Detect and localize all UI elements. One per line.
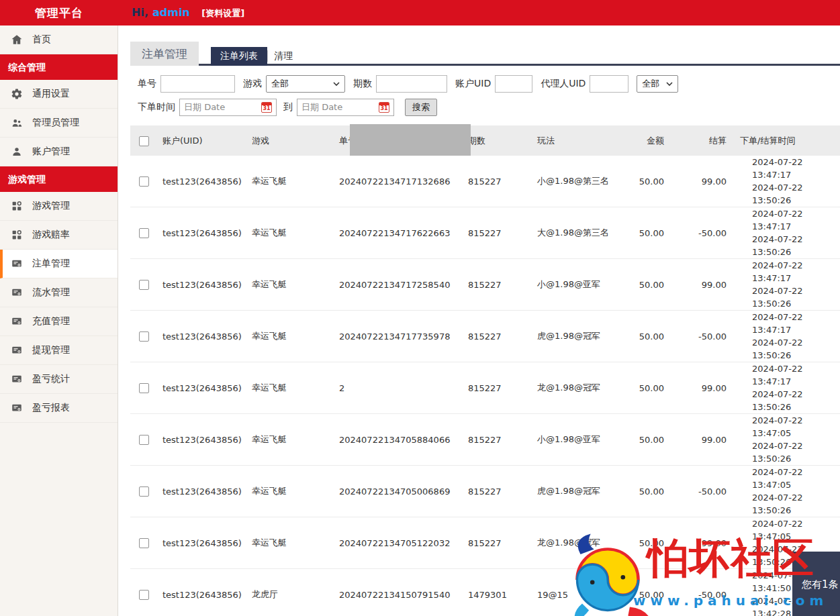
sidebar-item-home[interactable]: 首页 bbox=[0, 25, 118, 54]
sidebar-item-label: 游戏管理 bbox=[32, 200, 70, 212]
status-select[interactable]: 全部 bbox=[637, 75, 678, 93]
cell-account: test123(2643856) bbox=[157, 259, 246, 311]
cell-settle: -50.00 bbox=[671, 569, 735, 616]
sidebar-item-general-settings[interactable]: 通用设置 bbox=[0, 80, 118, 109]
sidebar-item-account-management[interactable]: 账户管理 bbox=[0, 138, 118, 166]
row-checkbox[interactable] bbox=[139, 383, 149, 393]
order-no-input[interactable] bbox=[160, 75, 235, 93]
cell-amount: 50.00 bbox=[614, 414, 671, 466]
cell-settle: -50.00 bbox=[671, 466, 735, 517]
cell-period: 815227 bbox=[463, 311, 532, 362]
cell-game: 幸运飞艇 bbox=[246, 517, 334, 569]
cell-play: 虎@1.98@冠军 bbox=[532, 466, 614, 517]
top-bar: 管理平台 Hi,admin [资料设置] bbox=[0, 0, 840, 25]
users-icon bbox=[11, 117, 23, 129]
profile-settings-link[interactable]: [资料设置] bbox=[201, 8, 244, 18]
sidebar-item-label: 通用设置 bbox=[32, 88, 70, 100]
cell-order-no: 20240722134705122032 bbox=[334, 517, 463, 569]
cell-time: 2024-07-22 13:47:17 2024-07-22 13:50:26 bbox=[735, 207, 840, 259]
cell-order-no: 20240722134717622663 bbox=[334, 207, 463, 259]
censor-box bbox=[350, 124, 471, 156]
table-row: test123(2643856) 幸运飞艇 202407221347051220… bbox=[130, 517, 840, 569]
sidebar-item-label: 提现管理 bbox=[32, 344, 70, 356]
cell-period: 815227 bbox=[463, 414, 532, 466]
cell-period: 815227 bbox=[463, 362, 532, 414]
row-checkbox[interactable] bbox=[139, 590, 149, 600]
notification-toast[interactable]: 您有1条 bbox=[792, 552, 840, 616]
cell-settle: -50.00 bbox=[671, 311, 735, 362]
cell-settle: 99.00 bbox=[671, 414, 735, 466]
report-icon bbox=[11, 287, 23, 299]
start-date-input[interactable]: 日期 Date 31 bbox=[179, 99, 277, 116]
table-row: test123(2643856) 幸运飞艇 2 815227 龙@1.98@冠军… bbox=[130, 362, 840, 414]
sidebar-item-profit-stats[interactable]: 盈亏统计 bbox=[0, 365, 118, 394]
game-select[interactable]: 全部 bbox=[266, 75, 345, 93]
report-icon bbox=[11, 315, 23, 327]
period-input[interactable] bbox=[376, 75, 447, 93]
cell-settle: 99.00 bbox=[671, 517, 735, 569]
tab-order-list[interactable]: 注单列表 bbox=[211, 47, 267, 66]
cell-settle: 99.00 bbox=[671, 362, 735, 414]
cell-order-no: 20240722134717132686 bbox=[334, 156, 463, 207]
user-icon bbox=[11, 146, 23, 158]
cell-play: 大@1.98@第三名 bbox=[532, 207, 614, 259]
sidebar-item-game-management[interactable]: 游戏管理 bbox=[0, 192, 118, 221]
cell-time: 2024-07-22 13:47:17 2024-07-22 13:50:26 bbox=[735, 362, 840, 414]
account-uid-input[interactable] bbox=[495, 75, 532, 93]
cell-amount: 50.00 bbox=[614, 569, 671, 616]
main-content: 注单管理 注单列表 清理 单号 游戏 全部 期数 账户UID 代理人UID 全部… bbox=[119, 25, 840, 616]
account-uid-label: 账户UID bbox=[455, 78, 491, 90]
grid-icon bbox=[11, 229, 23, 241]
table-row: test123(2643856) 幸运飞艇 202407221347058840… bbox=[130, 414, 840, 466]
sidebar-item-profit-report[interactable]: 盈亏报表 bbox=[0, 394, 118, 423]
agent-uid-input[interactable] bbox=[590, 75, 628, 93]
sidebar-item-withdraw-management[interactable]: 提现管理 bbox=[0, 336, 118, 365]
cell-order-no: 20240722134705884066 bbox=[334, 414, 463, 466]
game-label: 游戏 bbox=[243, 78, 262, 90]
order-time-label: 下单时间 bbox=[138, 101, 175, 113]
filter-row-1: 单号 游戏 全部 期数 账户UID 代理人UID 全部 bbox=[138, 75, 686, 93]
cell-amount: 50.00 bbox=[614, 156, 671, 207]
cell-amount: 50.00 bbox=[614, 466, 671, 517]
row-checkbox[interactable] bbox=[139, 280, 149, 290]
row-checkbox[interactable] bbox=[139, 538, 149, 548]
notification-text: 您有1条 bbox=[802, 578, 839, 591]
row-checkbox[interactable] bbox=[139, 176, 149, 187]
col-play: 玩法 bbox=[532, 125, 614, 156]
sidebar-item-game-odds[interactable]: 游戏赔率 bbox=[0, 221, 118, 250]
cell-amount: 50.00 bbox=[614, 259, 671, 311]
tab-clean[interactable]: 清理 bbox=[274, 47, 293, 66]
cell-period: 815227 bbox=[463, 207, 532, 259]
cell-settle: -50.00 bbox=[671, 207, 735, 259]
cell-period: 815227 bbox=[463, 156, 532, 207]
row-checkbox[interactable] bbox=[139, 228, 149, 238]
sidebar-item-flow-management[interactable]: 流水管理 bbox=[0, 278, 118, 307]
cell-time: 2024-07-22 13:47:05 2024-07-22 13:50:26 bbox=[735, 466, 840, 517]
select-all-checkbox[interactable] bbox=[139, 136, 149, 146]
end-date-input[interactable]: 日期 Date 31 bbox=[297, 99, 394, 116]
to-label: 到 bbox=[283, 101, 293, 113]
cell-game: 幸运飞艇 bbox=[246, 311, 334, 362]
table-header-row: 账户(UID) 游戏 单号 期数 玩法 金额 结算 下单/结算时间 bbox=[130, 125, 840, 156]
cell-settle: 99.00 bbox=[671, 259, 735, 311]
sidebar-section-header: 游戏管理 bbox=[0, 166, 118, 192]
row-checkbox[interactable] bbox=[139, 486, 149, 497]
search-button[interactable]: 搜索 bbox=[405, 99, 437, 116]
cell-order-no: 20240722134717735978 bbox=[334, 311, 463, 362]
sidebar-item-order-management[interactable]: 注单管理 bbox=[0, 250, 118, 278]
username: admin bbox=[152, 6, 190, 19]
sidebar-item-recharge-management[interactable]: 充值管理 bbox=[0, 307, 118, 336]
cell-account: test123(2643856) bbox=[157, 569, 246, 616]
col-amount: 金额 bbox=[614, 125, 671, 156]
row-checkbox[interactable] bbox=[139, 435, 149, 445]
greeting-prefix: Hi, bbox=[132, 6, 148, 19]
tab-strip: 注单管理 注单列表 清理 bbox=[130, 42, 840, 66]
order-no-label: 单号 bbox=[138, 78, 156, 90]
report-icon bbox=[11, 373, 23, 385]
cell-account: test123(2643856) bbox=[157, 156, 246, 207]
col-period: 期数 bbox=[463, 125, 532, 156]
row-checkbox[interactable] bbox=[139, 331, 149, 342]
cell-game: 幸运飞艇 bbox=[246, 362, 334, 414]
sidebar-item-admin-management[interactable]: 管理员管理 bbox=[0, 109, 118, 138]
cell-account: test123(2643856) bbox=[157, 362, 246, 414]
